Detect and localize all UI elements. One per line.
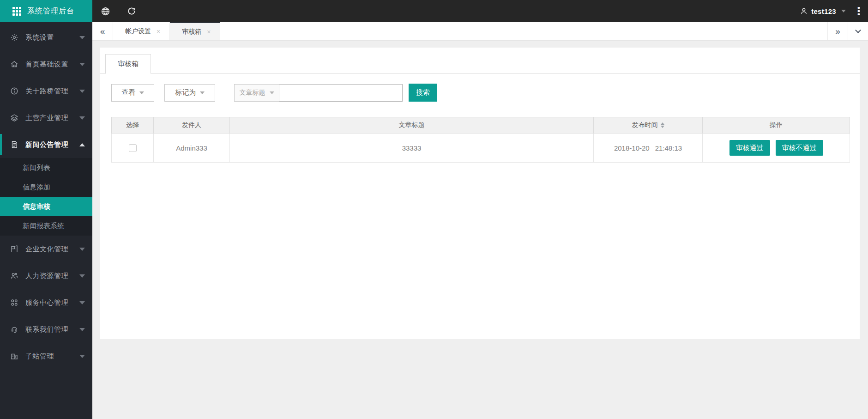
subitem-label: 信息审核 (23, 202, 50, 211)
tabs-scroll-right-button[interactable]: » (827, 22, 848, 40)
tab-label: 审核箱 (182, 28, 201, 36)
sidebar-item-culture-management[interactable]: 企业文化管理 (0, 236, 92, 262)
header-sender: 发件人 (154, 117, 230, 134)
search-button[interactable]: 搜索 (409, 84, 437, 102)
sidebar-subitem-info-add[interactable]: 信息添加 (0, 177, 92, 197)
header-select: 选择 (112, 117, 154, 134)
sidebar-subitem-news-list[interactable]: 新闻列表 (0, 158, 92, 177)
document-icon (10, 140, 18, 149)
sidebar-item-label: 首页基础设置 (25, 60, 79, 69)
table-row: Admin333 33333 2018-10-2021:48:13 审核通过 审… (112, 134, 850, 163)
sidebar-item-service-management[interactable]: 服务中心管理 (0, 289, 92, 316)
command-icon (10, 298, 18, 307)
headset-icon (10, 325, 18, 334)
sidebar-item-home-basic-settings[interactable]: 首页基础设置 (0, 51, 92, 78)
cell-select (112, 134, 154, 163)
gear-icon (10, 33, 18, 42)
sidebar: 系统管理后台 系统设置 首页基础设置 关于路桥管理 (0, 0, 92, 419)
chevron-down-icon (855, 27, 861, 33)
view-dropdown[interactable]: 查看 (111, 84, 154, 102)
chevron-down-icon (79, 36, 85, 39)
sidebar-item-label: 新闻公告管理 (25, 140, 79, 149)
globe-icon[interactable] (92, 6, 119, 16)
sidebar-item-label: 服务中心管理 (25, 298, 79, 307)
chevron-down-icon (139, 91, 144, 94)
sidebar-item-subsite-management[interactable]: 子站管理 (0, 343, 92, 370)
close-icon[interactable]: × (157, 28, 160, 35)
mark-as-dropdown[interactable]: 标记为 (164, 84, 215, 102)
mark-as-dropdown-label: 标记为 (175, 88, 196, 97)
sidebar-item-label: 联系我们管理 (25, 325, 79, 334)
grid-logo-icon (12, 7, 21, 16)
search-group: 文章标题 (234, 84, 403, 102)
sort-icon[interactable] (661, 122, 664, 128)
tab-review-box[interactable]: 审核箱 × (170, 22, 220, 40)
filter-toolbar: 查看 标记为 文章标题 搜索 (111, 84, 860, 102)
chevron-down-icon (270, 91, 274, 94)
sidebar-item-label: 子站管理 (25, 352, 79, 361)
user-menu[interactable]: test123 (800, 7, 846, 15)
sidebar-item-label: 关于路桥管理 (25, 87, 79, 96)
app-title: 系统管理后台 (27, 6, 74, 16)
subitem-label: 新闻报表系统 (23, 222, 64, 231)
more-menu-icon[interactable] (856, 5, 862, 17)
chevron-down-icon (79, 63, 85, 66)
sidebar-item-hr-management[interactable]: 人力资源管理 (0, 262, 92, 289)
main-content: 审核箱 查看 标记为 文章标题 搜索 (92, 41, 868, 419)
sidebar-item-news-management[interactable]: 新闻公告管理 (0, 131, 92, 158)
building-icon (10, 352, 18, 360)
chevron-down-icon (200, 91, 205, 94)
cell-title: 33333 (230, 134, 594, 163)
search-field-label: 文章标题 (240, 89, 265, 97)
subitem-label: 信息添加 (23, 183, 50, 192)
close-icon[interactable]: × (207, 29, 211, 35)
info-icon (10, 87, 18, 95)
chevron-down-icon (79, 301, 85, 304)
people-icon (10, 272, 18, 280)
reject-button[interactable]: 审核不通过 (776, 140, 823, 156)
cell-publish-time: 2018-10-2021:48:13 (594, 134, 703, 163)
header-title: 文章标题 (230, 117, 594, 134)
sidebar-item-industry-management[interactable]: 主营产业管理 (0, 104, 92, 131)
search-input[interactable] (279, 84, 403, 102)
chevron-down-icon (79, 355, 85, 358)
chevron-down-icon (841, 10, 846, 12)
review-box-panel: 审核箱 查看 标记为 文章标题 搜索 (100, 48, 860, 339)
row-checkbox[interactable] (129, 144, 137, 152)
username-label: test123 (811, 7, 836, 15)
sidebar-item-system-settings[interactable]: 系统设置 (0, 24, 92, 51)
publish-time: 21:48:13 (655, 144, 682, 152)
sidebar-item-contact-management[interactable]: 联系我们管理 (0, 316, 92, 343)
chevron-down-icon (79, 90, 85, 93)
review-table: 选择 发件人 文章标题 发布时间 操作 (111, 117, 850, 163)
sidebar-item-label: 系统设置 (25, 33, 79, 42)
sidebar-item-label: 人力资源管理 (25, 272, 79, 280)
sidebar-item-about-management[interactable]: 关于路桥管理 (0, 78, 92, 104)
subitem-label: 新闻列表 (23, 164, 50, 172)
header-publish-time: 发布时间 (594, 117, 703, 134)
sidebar-subitem-info-review[interactable]: 信息审核 (0, 197, 92, 216)
search-field-select[interactable]: 文章标题 (234, 84, 279, 102)
chevron-up-icon (79, 143, 85, 146)
sidebar-item-label: 主营产业管理 (25, 114, 79, 122)
header-publish-time-label: 发布时间 (632, 121, 658, 129)
sidebar-item-label: 企业文化管理 (25, 245, 79, 254)
chevron-down-icon (79, 274, 85, 278)
tabs-scroll-left-button[interactable]: « (92, 22, 113, 40)
panel-tab-review-box[interactable]: 审核箱 (105, 54, 151, 74)
user-icon (800, 7, 808, 15)
app-logo: 系统管理后台 (0, 0, 92, 22)
tabs-list-button[interactable] (848, 22, 868, 40)
approve-button[interactable]: 审核通过 (729, 140, 770, 156)
flag-icon (10, 245, 18, 253)
chevron-down-icon (79, 116, 85, 120)
home-icon (10, 60, 18, 68)
sidebar-subitem-news-report[interactable]: 新闻报表系统 (0, 216, 92, 236)
tab-account-settings[interactable]: 帐户设置 × (113, 22, 170, 40)
refresh-icon[interactable] (119, 6, 145, 16)
cell-sender: Admin333 (154, 134, 230, 163)
publish-date: 2018-10-20 (614, 144, 650, 152)
chevron-down-icon (79, 328, 85, 331)
sidebar-menu: 系统设置 首页基础设置 关于路桥管理 主营产业管理 (0, 22, 92, 370)
panel-tabs: 审核箱 (100, 48, 860, 74)
